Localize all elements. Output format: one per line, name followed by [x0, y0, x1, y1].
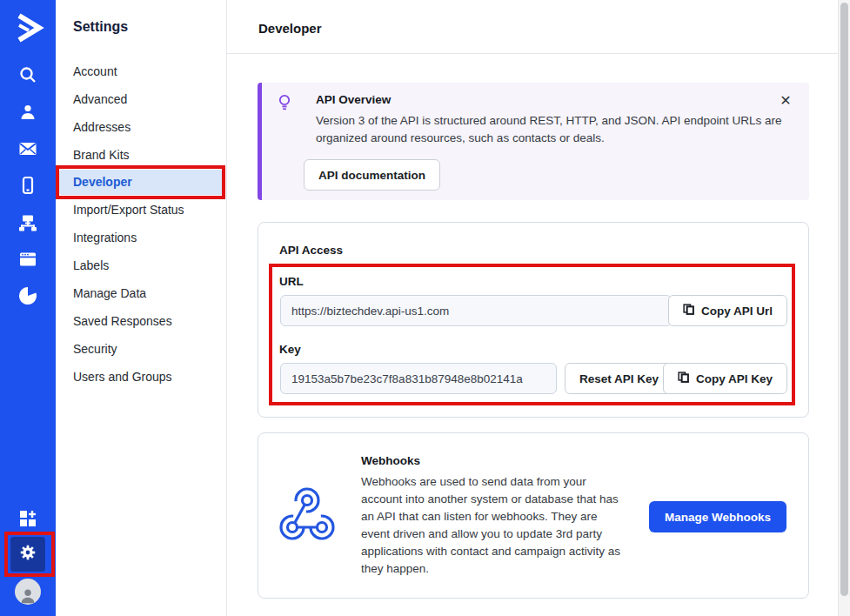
settings-nav-button[interactable]	[10, 537, 45, 572]
page-header: Developer	[227, 0, 838, 54]
webhook-icon	[279, 487, 335, 543]
api-overview-banner: API Overview Version 3 of the API is str…	[258, 83, 809, 200]
app-window: Settings AccountAdvancedAddressesBrand K…	[0, 0, 850, 616]
sidebar-item-brand-kits[interactable]: Brand Kits	[56, 141, 227, 169]
sidebar-item-addresses[interactable]: Addresses	[56, 113, 227, 141]
banner-body: Version 3 of the API is structured aroun…	[316, 112, 803, 147]
webhooks-body: Webhooks are used to send data from your…	[361, 473, 624, 578]
main-content: Developer API Overview Version 3 of the …	[227, 0, 838, 616]
sidebar-item-advanced[interactable]: Advanced	[56, 85, 227, 113]
settings-panel-title: Settings	[73, 19, 128, 35]
manage-webhooks-button[interactable]: Manage Webhooks	[649, 501, 786, 532]
sidebar-item-integrations[interactable]: Integrations	[56, 224, 227, 251]
contacts-icon[interactable]	[17, 102, 38, 123]
api-documentation-button[interactable]: API documentation	[304, 159, 440, 191]
scrollbar-thumb[interactable]	[840, 3, 848, 596]
lightbulb-icon	[277, 94, 292, 111]
sidebar-item-labels[interactable]: Labels	[56, 251, 227, 279]
api-access-card: API Access URL Copy API Url Key Reset AP…	[258, 222, 809, 418]
url-label: URL	[279, 275, 304, 288]
sidebar-item-security[interactable]: Security	[56, 335, 227, 363]
reports-icon[interactable]	[17, 285, 38, 306]
apps-plus-icon[interactable]	[17, 508, 38, 529]
api-url-input[interactable]	[280, 295, 672, 326]
mobile-icon[interactable]	[17, 175, 38, 196]
sidebar-item-account[interactable]: Account	[56, 57, 227, 85]
nav-rail	[0, 0, 56, 616]
page-title: Developer	[258, 21, 322, 36]
api-key-input[interactable]	[280, 363, 557, 394]
banner-title: API Overview	[316, 93, 391, 106]
copy-api-key-button[interactable]: Copy API Key	[663, 363, 787, 394]
activecampaign-logo[interactable]	[8, 8, 48, 48]
vertical-scrollbar[interactable]	[838, 0, 850, 616]
sidebar-item-saved-responses[interactable]: Saved Responses	[56, 307, 227, 335]
settings-menu: AccountAdvancedAddressesBrand KitsDevelo…	[56, 57, 227, 391]
sidebar-item-manage-data[interactable]: Manage Data	[56, 279, 227, 307]
campaigns-icon[interactable]	[17, 138, 38, 159]
sidebar-item-users-and-groups[interactable]: Users and Groups	[56, 363, 227, 391]
copy-api-url-button[interactable]: Copy API Url	[668, 295, 787, 326]
copy-icon	[683, 304, 694, 318]
close-icon[interactable]: ✕	[776, 91, 795, 110]
sidebar-item-import-export-status[interactable]: Import/Export Status	[56, 196, 227, 224]
copy-api-url-label: Copy API Url	[701, 305, 773, 318]
copy-api-key-label: Copy API Key	[696, 372, 773, 385]
api-access-title: API Access	[279, 244, 343, 257]
automations-icon[interactable]	[17, 212, 38, 233]
webhooks-title: Webhooks	[361, 454, 420, 467]
webhooks-card: Webhooks Webhooks are used to send data …	[258, 432, 809, 599]
user-avatar[interactable]	[15, 579, 41, 605]
search-icon[interactable]	[17, 64, 38, 85]
sidebar-item-developer[interactable]: Developer	[59, 170, 223, 195]
copy-icon	[678, 372, 689, 385]
key-label: Key	[279, 343, 301, 356]
gear-icon	[18, 543, 37, 566]
settings-panel: Settings AccountAdvancedAddressesBrand K…	[56, 0, 227, 616]
reset-api-key-button[interactable]: Reset API Key	[565, 363, 673, 394]
site-icon[interactable]	[17, 249, 38, 270]
